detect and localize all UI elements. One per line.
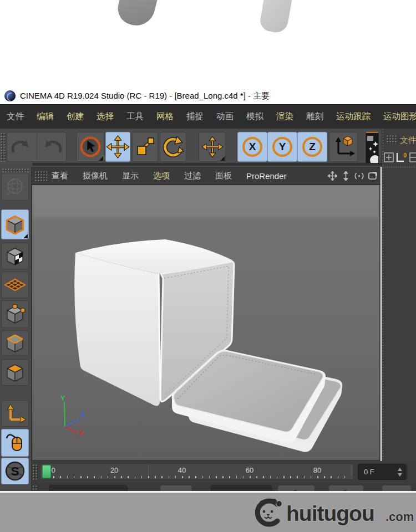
edges-mode-button[interactable] — [1, 330, 29, 356]
frame-spinner[interactable] — [398, 468, 403, 477]
range-slider-clipped[interactable] — [49, 485, 128, 491]
tweak-mode-button[interactable] — [1, 429, 29, 457]
points-mode-cube-icon — [3, 302, 27, 326]
menu-item[interactable]: 工具 — [126, 111, 144, 122]
sidebar-grip[interactable] — [2, 168, 29, 172]
viewport-menu-items: 查看 摄像机 显示 选项 过滤 面板 ProRender — [52, 167, 287, 185]
menu-item[interactable]: 动画 — [216, 111, 234, 122]
left-tool-sidebar: S — [0, 167, 32, 492]
rotate-view-icon[interactable] — [354, 171, 364, 181]
last-used-tool-button[interactable] — [199, 132, 226, 162]
viewport-menu-item[interactable]: 显示 — [122, 171, 139, 181]
convert-object-globe-icon — [3, 175, 27, 199]
transport-button[interactable] — [328, 485, 364, 491]
timeline-playhead[interactable] — [42, 465, 51, 478]
viewport-menu-item[interactable]: 面板 — [215, 171, 232, 181]
tweak-mouse-icon — [3, 431, 27, 455]
menu-bar: 文件 编辑 创建 选择 工具 网格 捕捉 动画 模拟 渲染 雕刻 运动跟踪 运动… — [0, 104, 416, 129]
live-selection-button[interactable] — [77, 132, 104, 162]
toolbar-scroll-strip[interactable] — [32, 163, 413, 166]
timeline-tick-label: 40 — [178, 466, 186, 474]
menu-item[interactable]: 模拟 — [246, 111, 263, 122]
scale-icon — [134, 135, 157, 158]
timeline-ruler[interactable]: 0 20 40 60 80 — [40, 463, 354, 480]
axis-x-label: X — [79, 429, 84, 437]
menu-item[interactable]: 创建 — [67, 111, 84, 122]
rotate-tool-button[interactable] — [160, 132, 186, 162]
viewport-menu-item[interactable]: 选项 — [153, 171, 170, 181]
enable-axis-button[interactable] — [1, 400, 29, 427]
menu-item[interactable]: 编辑 — [37, 111, 54, 122]
transport-button[interactable] — [277, 485, 315, 491]
viewport-menu-item[interactable]: 查看 — [52, 171, 68, 181]
pan-view-icon[interactable] — [328, 171, 337, 181]
dropdown-corner — [220, 156, 225, 161]
transport-grip[interactable] — [33, 485, 38, 491]
render-picture-viewer-button[interactable] — [366, 132, 379, 164]
viewport-menu-item[interactable]: 过滤 — [184, 171, 201, 181]
viewport-menu-item[interactable]: 摄像机 — [83, 171, 108, 181]
axis-lock-button[interactable]: Y — [267, 132, 297, 162]
snap-button[interactable]: S — [1, 458, 29, 484]
texture-mode-button[interactable] — [1, 243, 29, 269]
transport-button[interactable] — [382, 485, 412, 491]
menu-item[interactable]: 渲染 — [276, 111, 293, 122]
axis-y-label: Y — [60, 394, 65, 402]
points-mode-button[interactable] — [1, 300, 29, 328]
object-manager-menu-item[interactable]: 文件 — [400, 135, 416, 146]
rotate-icon — [161, 135, 185, 159]
transport-button[interactable] — [160, 485, 192, 491]
redo-icon[interactable] — [40, 136, 65, 158]
title-bar: CINEMA 4D R19.024 Studio (RC - R19) - [B… — [0, 89, 416, 104]
object-manager-panel: 文件 0 — [382, 129, 416, 461]
watermark-name: huitugou — [286, 502, 374, 525]
axis-lock-button[interactable]: Z — [297, 132, 327, 162]
viewport-menu-bar: 查看 摄像机 显示 选项 过滤 面板 ProRender — [32, 167, 381, 185]
menu-item[interactable]: 捕捉 — [186, 111, 204, 122]
current-frame-value: 0 F — [364, 468, 374, 476]
viewport-menu-grip[interactable] — [35, 171, 47, 181]
scale-tool-button[interactable] — [132, 132, 158, 162]
cinema4d-window: CINEMA 4D R19.024 Studio (RC - R19) - [B… — [0, 0, 416, 532]
ruler-separator — [148, 465, 149, 476]
window-title: CINEMA 4D R19.024 Studio (RC - R19) - [B… — [20, 91, 270, 101]
axis-z-label: Z — [80, 410, 85, 418]
timeline-grip[interactable] — [33, 464, 38, 480]
axis-lock-group: X Y Z — [237, 132, 327, 162]
axis-lock-button[interactable]: X — [237, 132, 267, 162]
move-icon — [106, 135, 130, 159]
coordinate-system-button[interactable] — [329, 132, 358, 162]
panel-grip[interactable] — [382, 129, 384, 461]
menu-item[interactable]: 网格 — [156, 111, 174, 122]
maximize-view-icon[interactable] — [368, 171, 377, 181]
viewport-3d[interactable]: Y Z X — [32, 185, 381, 461]
menu-item[interactable]: 运动跟踪 — [336, 111, 371, 122]
panel-menu-grip[interactable] — [387, 135, 398, 144]
polygons-mode-button[interactable] — [1, 359, 29, 386]
zoom-view-icon[interactable] — [341, 171, 351, 181]
toolbar-grip[interactable] — [1, 133, 6, 162]
clipped-icon — [410, 153, 416, 162]
timeline-tick-label: 0 — [51, 466, 55, 474]
axis-gizmo — [64, 402, 79, 433]
timeline-row: 0 20 40 60 80 0 F — [32, 461, 416, 483]
model-mode-button[interactable] — [1, 209, 29, 239]
menu-item[interactable]: 选择 — [97, 111, 114, 122]
polygons-mode-cube-icon — [3, 360, 27, 385]
workplane-mode-button[interactable] — [1, 272, 29, 298]
timeline-tick-label: 20 — [110, 466, 118, 474]
undo-icon[interactable] — [8, 136, 33, 158]
menu-item[interactable]: 雕刻 — [306, 111, 323, 122]
transport-controls-clipped — [32, 483, 416, 491]
menu-item[interactable]: 运动图形 — [383, 111, 416, 122]
move-tool-button[interactable] — [105, 132, 130, 162]
range-slider-clipped[interactable] — [211, 485, 272, 491]
texture-mode-cube-icon — [3, 244, 27, 268]
current-frame-field[interactable]: 0 F — [358, 464, 407, 480]
convert-object-button[interactable] — [1, 173, 29, 201]
ruler-separator — [351, 465, 352, 476]
menu-item[interactable]: 文件 — [7, 111, 24, 122]
viewport-menu-item[interactable]: ProRender — [246, 171, 287, 181]
watermark-tld: .com — [385, 510, 414, 524]
svg-text:S: S — [11, 464, 19, 478]
